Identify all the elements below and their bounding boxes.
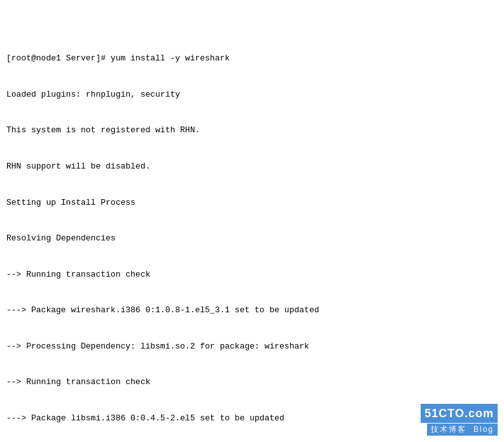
line-5: Setting up Install Process [6, 197, 498, 209]
line-4: RHN support will be disabled. [6, 161, 498, 173]
terminal-content: [root@node1 Server]# yum install -y wire… [6, 29, 498, 442]
line-9: --> Processing Dependency: libsmi.so.2 f… [6, 341, 498, 353]
line-7: --> Running transaction check [6, 269, 498, 281]
watermark: 51CTO.com 技术博客 Blog [421, 404, 498, 436]
line-6: Resolving Dependencies [6, 233, 498, 245]
terminal-window: [root@node1 Server]# yum install -y wire… [0, 0, 504, 442]
watermark-blog: 技术博客 Blog [427, 424, 498, 436]
line-10: --> Running transaction check [6, 376, 498, 389]
line-8: ---> Package wireshark.i386 0:1.0.8-1.el… [6, 305, 498, 317]
line-3: This system is not registered with RHN. [6, 125, 498, 137]
watermark-site: 51CTO.com [421, 404, 498, 423]
line-1: [root@node1 Server]# yum install -y wire… [6, 53, 498, 65]
line-2: Loaded plugins: rhnplugin, security [6, 89, 498, 101]
